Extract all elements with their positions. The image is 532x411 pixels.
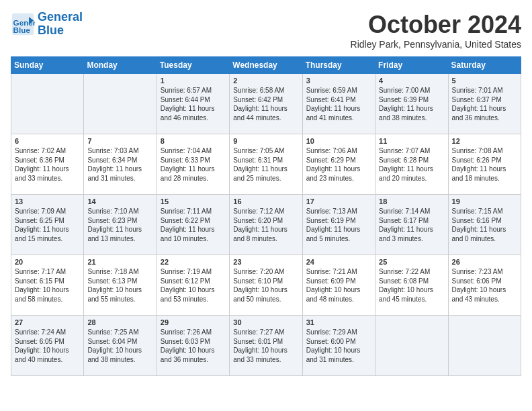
day-cell: 3Sunrise: 6:59 AM Sunset: 6:41 PM Daylig… [302,74,375,134]
day-info: Sunrise: 6:59 AM Sunset: 6:41 PM Dayligh… [306,86,371,122]
col-header-friday: Friday [375,57,448,74]
day-info: Sunrise: 7:10 AM Sunset: 6:23 PM Dayligh… [87,207,152,243]
week-row-1: 1Sunrise: 6:57 AM Sunset: 6:44 PM Daylig… [11,74,521,134]
col-header-thursday: Thursday [302,57,375,74]
col-header-monday: Monday [84,57,157,74]
day-cell: 30Sunrise: 7:27 AM Sunset: 6:01 PM Dayli… [230,316,302,376]
day-cell: 26Sunrise: 7:23 AM Sunset: 6:06 PM Dayli… [448,255,521,316]
col-header-sunday: Sunday [11,57,84,74]
day-cell: 8Sunrise: 7:04 AM Sunset: 6:33 PM Daylig… [157,134,229,195]
day-info: Sunrise: 7:15 AM Sunset: 6:16 PM Dayligh… [452,207,517,243]
day-number: 15 [161,197,226,205]
day-cell: 20Sunrise: 7:17 AM Sunset: 6:15 PM Dayli… [11,255,84,316]
day-number: 9 [233,137,298,145]
day-cell: 16Sunrise: 7:12 AM Sunset: 6:20 PM Dayli… [230,195,302,255]
day-number: 18 [379,197,444,205]
day-cell: 1Sunrise: 6:57 AM Sunset: 6:44 PM Daylig… [157,74,229,134]
calendar-table: SundayMondayTuesdayWednesdayThursdayFrid… [11,56,521,376]
week-row-2: 6Sunrise: 7:02 AM Sunset: 6:36 PM Daylig… [11,134,521,195]
day-number: 22 [161,258,226,266]
day-info: Sunrise: 7:23 AM Sunset: 6:06 PM Dayligh… [452,267,517,304]
day-info: Sunrise: 7:08 AM Sunset: 6:26 PM Dayligh… [452,146,517,183]
day-cell: 18Sunrise: 7:14 AM Sunset: 6:17 PM Dayli… [375,195,448,255]
col-header-tuesday: Tuesday [157,57,229,74]
day-number: 17 [306,197,371,205]
day-number: 28 [87,318,152,326]
week-row-4: 20Sunrise: 7:17 AM Sunset: 6:15 PM Dayli… [11,255,521,316]
day-info: Sunrise: 7:00 AM Sunset: 6:39 PM Dayligh… [379,86,444,122]
day-number: 21 [87,258,152,266]
day-cell: 23Sunrise: 7:20 AM Sunset: 6:10 PM Dayli… [230,255,302,316]
day-info: Sunrise: 7:21 AM Sunset: 6:09 PM Dayligh… [306,267,371,304]
svg-text:Blue: Blue [13,25,31,34]
day-cell: 2Sunrise: 6:58 AM Sunset: 6:42 PM Daylig… [230,74,302,134]
day-number: 4 [379,77,444,85]
header-row: SundayMondayTuesdayWednesdayThursdayFrid… [11,57,521,74]
week-row-3: 13Sunrise: 7:09 AM Sunset: 6:25 PM Dayli… [11,195,521,255]
day-number: 11 [379,137,444,145]
day-number: 26 [452,258,517,266]
day-cell: 10Sunrise: 7:06 AM Sunset: 6:29 PM Dayli… [302,134,375,195]
day-cell: 15Sunrise: 7:11 AM Sunset: 6:22 PM Dayli… [157,195,229,255]
day-info: Sunrise: 7:14 AM Sunset: 6:17 PM Dayligh… [379,207,444,243]
day-info: Sunrise: 7:22 AM Sunset: 6:08 PM Dayligh… [379,267,444,304]
day-info: Sunrise: 7:05 AM Sunset: 6:31 PM Dayligh… [233,146,298,183]
day-cell: 6Sunrise: 7:02 AM Sunset: 6:36 PM Daylig… [11,134,84,195]
day-number: 23 [233,258,298,266]
day-number: 1 [161,77,226,85]
day-number: 24 [306,258,371,266]
day-info: Sunrise: 7:06 AM Sunset: 6:29 PM Dayligh… [306,146,371,183]
day-cell: 14Sunrise: 7:10 AM Sunset: 6:23 PM Dayli… [84,195,157,255]
day-info: Sunrise: 7:02 AM Sunset: 6:36 PM Dayligh… [15,146,80,183]
day-number: 2 [233,77,298,85]
day-cell [375,316,448,376]
month-title: October 2024 [351,11,521,39]
day-number: 29 [161,318,226,326]
title-block: October 2024 Ridley Park, Pennsylvania, … [351,11,521,50]
day-info: Sunrise: 7:17 AM Sunset: 6:15 PM Dayligh… [15,267,80,304]
day-cell: 5Sunrise: 7:01 AM Sunset: 6:37 PM Daylig… [448,74,521,134]
day-info: Sunrise: 7:03 AM Sunset: 6:34 PM Dayligh… [87,146,152,183]
day-info: Sunrise: 7:13 AM Sunset: 6:19 PM Dayligh… [306,207,371,243]
day-number: 19 [452,197,517,205]
day-cell: 28Sunrise: 7:25 AM Sunset: 6:04 PM Dayli… [84,316,157,376]
day-info: Sunrise: 7:09 AM Sunset: 6:25 PM Dayligh… [15,207,80,243]
day-info: Sunrise: 7:29 AM Sunset: 6:00 PM Dayligh… [306,328,371,364]
day-cell: 22Sunrise: 7:19 AM Sunset: 6:12 PM Dayli… [157,255,229,316]
day-cell [11,74,84,134]
day-number: 30 [233,318,298,326]
day-info: Sunrise: 7:01 AM Sunset: 6:37 PM Dayligh… [452,86,517,122]
day-number: 27 [15,318,80,326]
day-cell: 7Sunrise: 7:03 AM Sunset: 6:34 PM Daylig… [84,134,157,195]
location-subtitle: Ridley Park, Pennsylvania, United States [351,39,521,50]
day-info: Sunrise: 7:27 AM Sunset: 6:01 PM Dayligh… [233,328,298,364]
day-info: Sunrise: 7:19 AM Sunset: 6:12 PM Dayligh… [161,267,226,304]
day-info: Sunrise: 7:26 AM Sunset: 6:03 PM Dayligh… [161,328,226,364]
page-header: General Blue GeneralBlue October 2024 Ri… [11,11,521,50]
week-row-5: 27Sunrise: 7:24 AM Sunset: 6:05 PM Dayli… [11,316,521,376]
day-cell: 31Sunrise: 7:29 AM Sunset: 6:00 PM Dayli… [302,316,375,376]
col-header-wednesday: Wednesday [230,57,302,74]
logo-icon: General Blue [11,12,35,36]
day-number: 16 [233,197,298,205]
day-info: Sunrise: 6:57 AM Sunset: 6:44 PM Dayligh… [161,86,226,122]
day-number: 6 [15,137,80,145]
day-cell [84,74,157,134]
day-info: Sunrise: 6:58 AM Sunset: 6:42 PM Dayligh… [233,86,298,122]
day-number: 13 [15,197,80,205]
day-cell: 12Sunrise: 7:08 AM Sunset: 6:26 PM Dayli… [448,134,521,195]
day-number: 25 [379,258,444,266]
day-number: 10 [306,137,371,145]
day-cell: 13Sunrise: 7:09 AM Sunset: 6:25 PM Dayli… [11,195,84,255]
day-number: 31 [306,318,371,326]
day-info: Sunrise: 7:07 AM Sunset: 6:28 PM Dayligh… [379,146,444,183]
day-cell: 9Sunrise: 7:05 AM Sunset: 6:31 PM Daylig… [230,134,302,195]
day-info: Sunrise: 7:24 AM Sunset: 6:05 PM Dayligh… [15,328,80,364]
day-number: 20 [15,258,80,266]
day-info: Sunrise: 7:12 AM Sunset: 6:20 PM Dayligh… [233,207,298,243]
day-info: Sunrise: 7:04 AM Sunset: 6:33 PM Dayligh… [161,146,226,183]
day-cell: 29Sunrise: 7:26 AM Sunset: 6:03 PM Dayli… [157,316,229,376]
day-cell [448,316,521,376]
day-number: 8 [161,137,226,145]
day-number: 5 [452,77,517,85]
